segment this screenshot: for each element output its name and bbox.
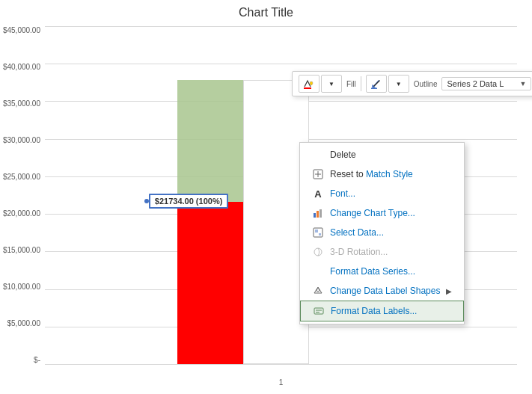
- svg-point-10: [317, 289, 319, 292]
- series-dropdown-arrow: ▼: [520, 80, 527, 87]
- y-label-3: $30,000.00: [3, 136, 40, 144]
- chart-container: Chart Title $45,000.00 $40,000.00 $35,00…: [0, 0, 532, 394]
- menu-item-font[interactable]: A Font...: [300, 184, 464, 203]
- submenu-arrow: ▶: [446, 287, 452, 295]
- svg-point-9: [314, 248, 322, 256]
- x-axis: 1: [45, 378, 517, 387]
- format-data-labels-icon: [313, 305, 325, 317]
- svg-rect-7: [315, 230, 318, 233]
- svg-rect-8: [319, 233, 321, 236]
- menu-label-format-data-series: Format Data Series...: [330, 266, 452, 277]
- delete-icon: [312, 149, 324, 161]
- outline-label: Outline: [414, 80, 438, 88]
- chart-title: Chart Title: [0, 0, 532, 22]
- menu-label-format-data-labels: Format Data Labels...: [331, 306, 451, 316]
- svg-rect-11: [314, 308, 323, 314]
- svg-rect-0: [304, 87, 311, 89]
- y-label-1: $40,000.00: [3, 63, 40, 71]
- change-data-label-shapes-icon: [312, 285, 324, 297]
- select-data-icon: [312, 227, 324, 238]
- menu-item-select-data[interactable]: Select Data...: [300, 223, 464, 242]
- y-label-7: $10,000.00: [3, 283, 40, 291]
- menu-label-change-data-label-shapes: Change Data Label Shapes: [330, 286, 440, 296]
- menu-label-select-data: Select Data...: [330, 227, 452, 238]
- menu-item-change-data-label-shapes[interactable]: Change Data Label Shapes ▶: [300, 281, 464, 301]
- y-label-9: $-: [34, 356, 40, 364]
- toolbar-separator: [361, 76, 361, 91]
- menu-item-3d-rotation: 3-D Rotation...: [300, 242, 464, 262]
- change-chart-type-icon: [312, 207, 324, 219]
- format-data-series-icon: [312, 265, 324, 277]
- menu-label-3d-rotation: 3-D Rotation...: [330, 247, 452, 257]
- outline-button[interactable]: [366, 75, 387, 93]
- y-label-6: $15,000.00: [3, 246, 40, 254]
- svg-rect-4: [317, 211, 319, 218]
- menu-item-format-data-series[interactable]: Format Data Series...: [300, 262, 464, 281]
- reset-match-style-icon: [312, 168, 324, 180]
- y-label-0: $45,000.00: [3, 26, 40, 34]
- toolbar-popup: ▼ Fill ▼ Outline Series 2 Data L ▼: [292, 71, 532, 96]
- data-label: $21734.00 (100%): [149, 194, 229, 209]
- y-label-5: $20,000.00: [3, 209, 40, 218]
- series-dropdown-text: Series 2 Data L: [447, 79, 504, 88]
- menu-label-change-chart-type: Change Chart Type...: [330, 208, 452, 218]
- y-axis: $45,000.00 $40,000.00 $35,000.00 $30,000…: [0, 26, 45, 364]
- fill-dropdown-arrow[interactable]: ▼: [321, 75, 342, 93]
- menu-item-reset-match-style[interactable]: Reset to Match Style: [300, 164, 464, 184]
- svg-rect-1: [371, 88, 377, 90]
- menu-label-reset: Reset to Match Style: [330, 169, 452, 179]
- svg-rect-5: [319, 209, 322, 218]
- menu-item-change-chart-type[interactable]: Change Chart Type...: [300, 203, 464, 223]
- y-label-8: $5,000.00: [7, 319, 41, 327]
- menu-item-delete[interactable]: Delete: [300, 145, 464, 164]
- 3d-rotation-icon: [312, 246, 324, 258]
- y-label-2: $35,000.00: [3, 99, 40, 108]
- menu-label-delete: Delete: [330, 150, 452, 160]
- bar-red: [177, 202, 243, 364]
- menu-label-font: Font...: [330, 188, 452, 199]
- menu-item-format-data-labels[interactable]: Format Data Labels...: [300, 301, 464, 321]
- svg-rect-3: [314, 213, 316, 218]
- fill-button[interactable]: [299, 75, 319, 93]
- outline-dropdown-arrow[interactable]: ▼: [388, 75, 409, 93]
- series-dropdown[interactable]: Series 2 Data L ▼: [441, 77, 531, 90]
- x-label-1: 1: [279, 378, 284, 387]
- font-icon: A: [312, 188, 324, 200]
- context-menu: Delete Reset to Match Style A Font... Ch…: [299, 142, 465, 324]
- y-label-4: $25,000.00: [3, 173, 40, 181]
- fill-button-group: ▼: [299, 75, 342, 93]
- fill-label: Fill: [346, 80, 356, 88]
- outline-button-group: ▼: [366, 75, 409, 93]
